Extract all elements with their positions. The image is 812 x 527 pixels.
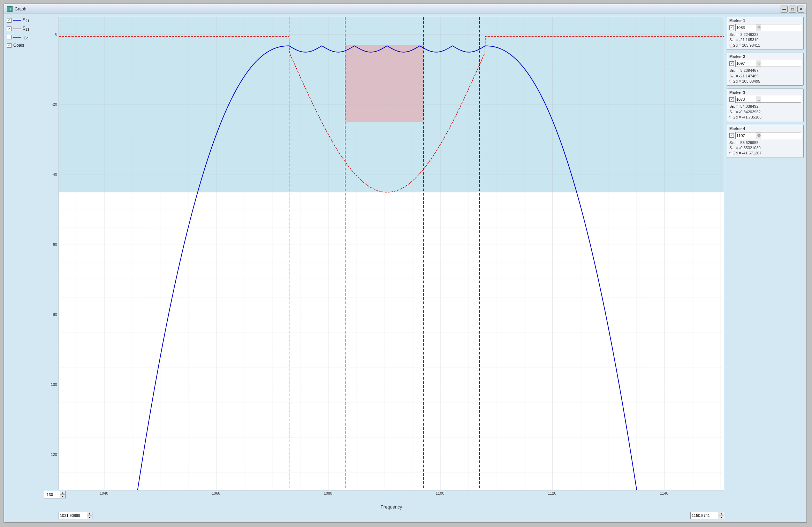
tgd-label: tGd [23, 35, 29, 40]
right-panel: Marker 1 ▲ ▼ S₂₁ = -3.2249323 S₁₁ = -21.… [727, 17, 804, 519]
marker-3-row: ▲ ▼ [729, 96, 801, 103]
marker-3-arrows: ▲ ▼ [757, 96, 761, 102]
marker-2-checkbox[interactable] [729, 61, 734, 66]
s21-line [13, 20, 21, 21]
marker-4-up[interactable]: ▲ [757, 132, 761, 136]
marker-3-box: Marker 3 ▲ ▼ S₂₁ = -54.038492 S₂₁ = -0.3… [727, 89, 804, 122]
graph-canvas [59, 17, 724, 490]
y-min-up[interactable]: ▲ [60, 491, 65, 495]
marker-4-s21: S₂₁ = -53.529955 [729, 140, 801, 145]
marker-4-box: Marker 4 ▲ ▼ S₂₁ = -53.529955 S₂₁ = -0.3… [727, 125, 804, 158]
close-button[interactable]: ✕ [797, 6, 804, 13]
x-max-up[interactable]: ▲ [719, 512, 724, 515]
marker-2-spinbox[interactable]: ▲ ▼ [735, 60, 801, 67]
x-min-up[interactable]: ▲ [87, 512, 92, 515]
marker-3-checkbox[interactable] [729, 97, 734, 102]
bottom-controls: ▲ ▼ ▲ ▼ [59, 512, 724, 519]
legend-item-tgd: tGd [7, 34, 38, 41]
marker-1-tgd: t_Gd = 103.98411 [729, 43, 801, 48]
marker-3-title: Marker 3 [729, 90, 801, 94]
y-axis: 0-20-40-60-80-100-120 [41, 17, 59, 490]
marker-1-title: Marker 1 [729, 18, 801, 23]
marker-1-s21: S₂₁ = -3.2249323 [729, 32, 801, 37]
x-min-arrows: ▲ ▼ [87, 512, 92, 519]
x-max-down[interactable]: ▼ [719, 515, 724, 519]
marker-4-row: ▲ ▼ [729, 132, 801, 139]
marker-4-checkbox[interactable] [729, 133, 734, 138]
marker-2-title: Marker 2 [729, 54, 801, 59]
tgd-checkbox[interactable] [7, 35, 12, 39]
legend-item-goals: Goals [7, 42, 38, 48]
marker-2-down[interactable]: ▼ [757, 63, 761, 67]
goals-checkbox[interactable] [7, 43, 12, 48]
x-min-input[interactable] [59, 512, 87, 519]
tgd-line [13, 37, 21, 38]
y-min-spinbox[interactable]: ▲ ▼ [44, 491, 66, 498]
legend-item-s21: S21 [7, 17, 38, 24]
x-min-down[interactable]: ▼ [87, 515, 92, 519]
s21-checkbox[interactable] [7, 18, 12, 23]
marker-1-spinbox[interactable]: ▲ ▼ [735, 24, 801, 31]
marker-2-arrows: ▲ ▼ [757, 60, 761, 67]
marker-3-up[interactable]: ▲ [757, 96, 761, 99]
marker-2-freq[interactable] [736, 60, 757, 67]
marker-3-down[interactable]: ▼ [757, 99, 761, 102]
maximize-button[interactable]: □ [789, 6, 796, 13]
minimize-button[interactable]: — [781, 6, 788, 13]
y-min-down[interactable]: ▼ [60, 495, 65, 498]
x-axis-labels: 104010601080110011201140 [59, 490, 724, 504]
title-buttons: — □ ✕ [781, 6, 804, 13]
s21-label: S21 [23, 17, 29, 23]
y-min-input[interactable] [44, 491, 60, 498]
marker-3-s21: S₂₁ = -54.038492 [729, 104, 801, 109]
marker-2-row: ▲ ▼ [729, 60, 801, 67]
marker-1-s11: S₁₁ = -21.165319 [729, 37, 801, 43]
y-min-control: ▲ ▼ [44, 491, 66, 498]
marker-4-down[interactable]: ▼ [757, 136, 761, 139]
marker-1-box: Marker 1 ▲ ▼ S₂₁ = -3.2249323 S₁₁ = -21.… [727, 17, 804, 50]
s11-checkbox[interactable] [7, 26, 12, 31]
marker-3-freq[interactable] [736, 96, 757, 102]
marker-2-s11: S₁₁ = -21.147485 [729, 74, 801, 79]
goals-label: Goals [13, 43, 24, 48]
x-axis-row: 104010601080110011201140 [59, 490, 724, 504]
window-icon: G [7, 6, 13, 12]
s11-label: S11 [23, 26, 29, 31]
marker-1-row: ▲ ▼ [729, 24, 801, 31]
main-graph-area: 0-20-40-60-80-100-120 104010601080110011… [41, 17, 724, 519]
window-title: Graph [15, 7, 26, 12]
marker-4-spinbox[interactable]: ▲ ▼ [735, 132, 801, 139]
marker-2-s21: S₂₁ = -3.2394467 [729, 68, 801, 73]
x-min-spinbox[interactable]: ▲ ▼ [59, 512, 92, 519]
marker-2-up[interactable]: ▲ [757, 60, 761, 63]
marker-1-arrows: ▲ ▼ [757, 24, 761, 31]
content-area: S21 S11 tGd Goals 0-20 [4, 14, 806, 522]
graph-with-yaxis: 0-20-40-60-80-100-120 [41, 17, 724, 490]
marker-1-freq[interactable] [736, 24, 757, 31]
marker-4-tgd: t_Gd = -41.571267 [729, 151, 801, 156]
graph-container [59, 17, 724, 490]
marker-3-spinbox[interactable]: ▲ ▼ [735, 96, 801, 103]
marker-4-freq[interactable] [736, 132, 757, 139]
marker-4-s11alt: S₂₁ = -0.35321089 [729, 145, 801, 151]
marker-1-down[interactable]: ▼ [757, 28, 761, 31]
x-max-spinbox[interactable]: ▲ ▼ [690, 512, 724, 519]
marker-4-title: Marker 4 [729, 127, 801, 131]
marker-1-up[interactable]: ▲ [757, 24, 761, 28]
marker-3-tgd: t_Gd = -41.735183 [729, 115, 801, 120]
marker-3-s11alt: S₂₁ = -0.34203962 [729, 109, 801, 115]
marker-2-box: Marker 2 ▲ ▼ S₂₁ = -3.2394467 S₁₁ = -21.… [727, 53, 804, 86]
x-max-arrows: ▲ ▼ [719, 512, 724, 519]
x-max-input[interactable] [691, 512, 719, 519]
legend-panel: S21 S11 tGd Goals [7, 17, 38, 519]
legend-item-s11: S11 [7, 25, 38, 32]
x-axis-title: Frequency [59, 504, 724, 510]
marker-1-checkbox[interactable] [729, 25, 734, 30]
main-window: G Graph — □ ✕ S21 S11 tGd [3, 3, 807, 523]
marker-4-arrows: ▲ ▼ [757, 132, 761, 139]
title-bar: G Graph — □ ✕ [4, 4, 806, 14]
y-min-arrows: ▲ ▼ [60, 491, 65, 498]
s11-line [13, 29, 21, 29]
marker-2-tgd: t_Gd = 103.08495 [729, 79, 801, 84]
